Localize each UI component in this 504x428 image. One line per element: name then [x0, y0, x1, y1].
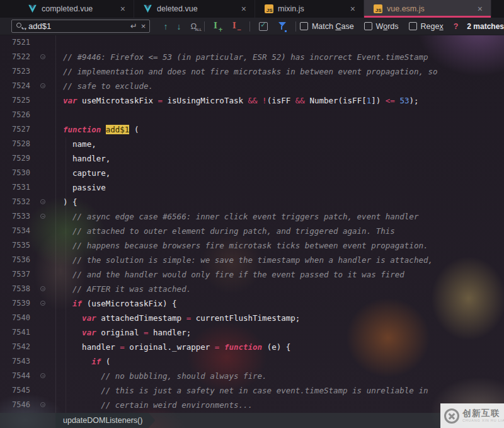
code-text[interactable]: var original = handler; [63, 325, 191, 340]
code-line[interactable]: 7537 // and the handler would only fire … [0, 267, 504, 282]
code-line[interactable]: 7534 // attached to outer element during… [0, 224, 504, 238]
code-line[interactable]: 7539 if (useMicrotaskFix) { [0, 296, 504, 311]
tab-close-icon[interactable]: × [239, 4, 248, 13]
fold-column [30, 50, 63, 64]
fold-marker-icon[interactable] [40, 301, 45, 306]
code-text[interactable]: var attachedTimestamp = currentFlushTime… [63, 311, 300, 325]
newline-icon[interactable]: ↵ [130, 22, 137, 30]
search-query-text[interactable]: add$1 [28, 21, 127, 31]
watermark: 创新互联 CHUANG XIN HU LIAN [440, 403, 504, 428]
fold-column [30, 224, 63, 238]
checkbox[interactable] [409, 22, 417, 30]
fold-marker-icon[interactable] [40, 199, 45, 204]
code-text[interactable]: // async edge case #6566: inner click ev… [63, 209, 418, 224]
tab-vue.esm.js[interactable]: JSvue.esm.js× [364, 0, 491, 18]
code-line[interactable]: 7538 // AFTER it was attached. [0, 282, 504, 296]
code-text[interactable]: // happens because browsers fire microta… [63, 238, 428, 253]
code-text[interactable]: // attached to outer element during patc… [63, 224, 395, 238]
vue-file-icon [28, 4, 37, 14]
checkbox[interactable] [300, 22, 308, 30]
tab-mixin.js[interactable]: JSmixin.js× [255, 0, 364, 18]
code-line[interactable]: 7541 var original = handler; [0, 325, 504, 340]
fold-marker-icon[interactable] [40, 286, 45, 291]
code-text[interactable]: ) { [63, 195, 77, 209]
regex-help-icon[interactable]: ? [454, 22, 459, 31]
code-text[interactable]: // this is just a safety net in case eve… [63, 383, 428, 398]
code-line[interactable]: 7542 handler = original._wrapper = funct… [0, 340, 504, 354]
code-text[interactable]: // no bubbling, should always fire. [63, 369, 267, 383]
code-line[interactable]: 7543 if ( [0, 354, 504, 369]
code-text[interactable]: // certain weird environments... [63, 398, 253, 412]
editor-window: completed.vue×deleted.vue×JSmixin.js×JSv… [0, 0, 504, 428]
fold-marker-icon[interactable] [40, 214, 45, 219]
search-icon[interactable]: ▾ [16, 22, 25, 31]
toolbar-divider [249, 21, 250, 32]
js-file-icon: JS [264, 4, 273, 14]
line-number: 7543 [0, 354, 30, 369]
code-text[interactable]: // the solution is simple: we save the t… [63, 253, 433, 267]
checkbox[interactable] [364, 22, 372, 30]
previous-match-icon[interactable]: ↑ [159, 21, 172, 32]
code-line[interactable]: 7533 // async edge case #6566: inner cli… [0, 209, 504, 224]
code-line[interactable]: 7531 passive [0, 180, 504, 195]
fold-marker-icon[interactable] [40, 402, 45, 407]
code-line[interactable]: 7521 [0, 35, 504, 50]
code-line[interactable]: 7528 name, [0, 137, 504, 151]
tab-completed.vue[interactable]: completed.vue× [19, 0, 134, 18]
code-editor[interactable]: 75217522// #9446: Firefox <= 53 (in part… [0, 35, 504, 428]
code-text[interactable]: var useMicrotaskFix = isUsingMicroTask &… [63, 93, 419, 108]
line-number: 7522 [0, 50, 30, 64]
code-text[interactable]: name, [63, 137, 96, 151]
fold-column [30, 267, 63, 282]
code-line[interactable]: 7529 handler, [0, 151, 504, 166]
line-number: 7531 [0, 180, 30, 195]
option-words[interactable]: Words [364, 22, 399, 31]
code-line[interactable]: 7544 // no bubbling, should always fire. [0, 369, 504, 383]
tab-close-icon[interactable]: × [348, 4, 357, 13]
tab-close-icon[interactable]: × [476, 4, 484, 13]
code-line[interactable]: 7523// implementation and does not fire … [0, 64, 504, 79]
code-line[interactable]: 7526 [0, 108, 504, 122]
fold-marker-icon[interactable] [40, 373, 45, 378]
code-line[interactable]: 7532) { [0, 195, 504, 209]
code-line[interactable]: 7535 // happens because browsers fire mi… [0, 238, 504, 253]
option-regex[interactable]: Regex [409, 22, 444, 31]
code-text[interactable]: capture, [63, 166, 110, 180]
code-line[interactable]: 7536 // the solution is simple: we save … [0, 253, 504, 267]
code-line[interactable]: 7540 var attachedTimestamp = currentFlus… [0, 311, 504, 325]
code-text[interactable]: if (useMicrotaskFix) { [63, 296, 177, 311]
line-number: 7521 [0, 35, 30, 50]
select-all-matches-icon[interactable] [259, 22, 267, 31]
code-line[interactable]: 7524// safe to exclude. [0, 79, 504, 93]
option-match-case[interactable]: Match Case [300, 22, 354, 31]
fold-column [30, 64, 63, 79]
fold-marker-icon[interactable] [40, 83, 45, 88]
tab-deleted.vue[interactable]: deleted.vue× [134, 0, 255, 18]
code-text[interactable]: if ( [63, 354, 110, 369]
tab-close-icon[interactable]: × [118, 4, 127, 13]
filter-icon[interactable] [278, 21, 287, 31]
code-line[interactable]: 7546 // certain weird environments... [0, 398, 504, 412]
code-text[interactable]: // #9446: Firefox <= 53 (in particular, … [63, 50, 428, 64]
remove-selection-icon[interactable]: I− [227, 21, 246, 32]
code-line[interactable]: 7530 capture, [0, 166, 504, 180]
code-text[interactable]: handler = original._wrapper = function (… [63, 340, 290, 354]
code-line[interactable]: 7545 // this is just a safety net in cas… [0, 383, 504, 398]
code-text[interactable]: handler, [63, 151, 110, 166]
breadcrumb[interactable]: updateDOMListeners() [55, 413, 155, 428]
add-selection-icon[interactable]: I+ [209, 21, 227, 32]
fold-marker-icon[interactable] [40, 54, 45, 59]
next-match-icon[interactable]: ↓ [172, 21, 185, 32]
code-text[interactable]: // implementation and does not fire micr… [63, 64, 438, 79]
code-line[interactable]: 7527function add$1 ( [0, 122, 504, 137]
code-text[interactable]: // safe to exclude. [63, 79, 153, 93]
clear-search-icon[interactable]: × [141, 22, 146, 30]
code-line[interactable]: 7522// #9446: Firefox <= 53 (in particul… [0, 50, 504, 64]
find-all-icon[interactable]: ΩALL [185, 21, 200, 31]
code-text[interactable]: // AFTER it was attached. [63, 282, 191, 296]
search-input[interactable]: ▾ add$1 ↵ × [11, 20, 150, 33]
code-text[interactable]: passive [63, 180, 106, 195]
code-text[interactable]: function add$1 ( [63, 122, 139, 137]
code-text[interactable]: // and the handler would only fire if th… [63, 267, 404, 282]
code-line[interactable]: 7525var useMicrotaskFix = isUsingMicroTa… [0, 93, 504, 108]
